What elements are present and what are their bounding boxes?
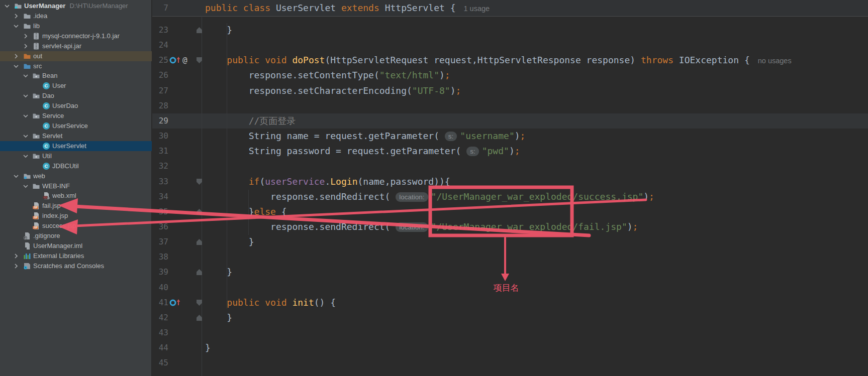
tree-item-src[interactable]: src <box>0 61 152 71</box>
code-line-42[interactable]: } <box>205 310 232 325</box>
override-method-icon[interactable] <box>169 56 181 65</box>
tree-item-usermanager[interactable]: UserManagerD:\HT\UserManager <box>0 1 152 11</box>
code-line-35[interactable]: }else { <box>205 204 287 219</box>
tree-item-usermanager-iml[interactable]: UserManager.iml <box>0 241 152 251</box>
chevron-down-icon[interactable] <box>12 22 20 30</box>
code-line-26[interactable]: response.setContentType("text/html"); <box>205 68 450 83</box>
code-line-34[interactable]: response.sendRedirect( location:"/UserMa… <box>205 189 654 204</box>
code-token: "/UserManager_war_exploded/success.jsp" <box>431 191 644 202</box>
line-number-30[interactable]: 30 <box>152 129 168 144</box>
line-number-24[interactable]: 24 <box>152 38 168 53</box>
line-number-23[interactable]: 23 <box>152 23 168 38</box>
line-number-39[interactable]: 39 <box>152 265 168 280</box>
tree-item-service[interactable]: Service <box>0 111 152 121</box>
tree-item-web-inf[interactable]: WEB-INF <box>0 181 152 191</box>
line-number-45[interactable]: 45 <box>152 355 168 370</box>
sticky-class-header[interactable]: 7public class UserServlet extends HttpSe… <box>152 0 868 17</box>
chevron-down-icon[interactable] <box>3 2 11 10</box>
code-line-29[interactable]: //页面登录 <box>205 113 296 129</box>
line-number-28[interactable]: 28 <box>152 98 168 113</box>
tree-item-user[interactable]: CUser <box>0 81 152 91</box>
code-token: extends <box>341 3 379 13</box>
code-token: ) <box>515 131 520 141</box>
code-line-41[interactable]: public void init() { <box>205 295 336 310</box>
tree-item-gitignore[interactable]: .gitignore <box>0 231 152 241</box>
code-token: Login <box>330 176 357 187</box>
chevron-down-icon[interactable] <box>12 172 20 180</box>
tree-item-scratches-and-consoles[interactable]: Scratches and Consoles <box>0 261 152 271</box>
project-tree-panel: UserManagerD:\HT\UserManager.idealibmysq… <box>0 0 152 376</box>
line-number-37[interactable]: 37 <box>152 234 168 249</box>
line-number-41[interactable]: 41 <box>152 295 168 310</box>
chevron-right-icon[interactable] <box>12 252 20 260</box>
tree-item-util[interactable]: Util <box>0 151 152 161</box>
tree-item-lib[interactable]: lib <box>0 21 152 31</box>
tree-item-web-xml[interactable]: <>web.xml <box>0 191 152 201</box>
chevron-down-icon[interactable] <box>22 72 30 80</box>
line-number-34[interactable]: 34 <box>152 189 168 204</box>
code-line-36[interactable]: response.sendRedirect( location:"/UserMa… <box>205 219 638 234</box>
line-number-26[interactable]: 26 <box>152 68 168 83</box>
tree-item-jdbcutil[interactable]: CJDBCUtil <box>0 161 152 171</box>
code-line-44[interactable]: } <box>205 340 211 355</box>
chevron-down-icon[interactable] <box>22 182 30 190</box>
code-editor[interactable]: 23 }2425@ public void doPost(HttpServlet… <box>152 0 868 376</box>
chevron-right-icon[interactable] <box>22 42 30 50</box>
chevron-right-icon[interactable] <box>12 262 20 270</box>
chevron-down-icon[interactable] <box>22 92 30 100</box>
chevron-right-icon[interactable] <box>12 12 20 20</box>
tree-item-userservice[interactable]: CUserService <box>0 121 152 131</box>
code-line-31[interactable]: String password = request.getParameter( … <box>205 144 520 159</box>
line-number-43[interactable]: 43 <box>152 325 168 340</box>
line-number-42[interactable]: 42 <box>152 310 168 325</box>
usage-hint[interactable]: 1 usage <box>464 5 490 13</box>
line-number-7[interactable]: 7 <box>152 1 168 16</box>
code-line-7[interactable]: public class UserServlet extends HttpSer… <box>205 1 490 16</box>
tree-item-servlet[interactable]: Servlet <box>0 131 152 141</box>
code-token: public void <box>205 55 292 65</box>
tree-item-servlet-api-jar[interactable]: servlet-api.jar <box>0 41 152 51</box>
code-line-30[interactable]: String name = request.getParameter( s:"u… <box>205 129 525 144</box>
tree-item-userservlet[interactable]: CUserServlet <box>0 141 152 151</box>
line-number-33[interactable]: 33 <box>152 174 168 189</box>
line-number-36[interactable]: 36 <box>152 219 168 234</box>
line-number-29[interactable]: 29 <box>152 113 168 129</box>
code-line-27[interactable]: response.setCharacterEncoding("UTF-8"); <box>205 83 461 98</box>
tree-item-dao[interactable]: Dao <box>0 91 152 101</box>
chevron-right-icon[interactable] <box>22 32 30 40</box>
tree-item-external-libraries[interactable]: External Libraries <box>0 251 152 261</box>
tree-item-index-jsp[interactable]: JSPindex.jsp <box>0 211 152 221</box>
line-number-35[interactable]: 35 <box>152 204 168 219</box>
code-line-37[interactable]: } <box>205 234 254 249</box>
line-number-32[interactable]: 32 <box>152 159 168 174</box>
line-number-27[interactable]: 27 <box>152 83 168 98</box>
tree-item-success-jsp[interactable]: JSPsuccess.jsp <box>0 221 152 231</box>
folder-project-icon <box>14 2 22 10</box>
annotation-gutter-icon[interactable]: @ <box>182 56 187 65</box>
code-line-33[interactable]: if(userService.Login(name,password)){ <box>205 174 450 189</box>
chevron-down-icon[interactable] <box>22 132 30 140</box>
line-number-25[interactable]: 25 <box>152 53 168 68</box>
tree-item-bean[interactable]: Bean <box>0 71 152 81</box>
chevron-down-icon[interactable] <box>22 112 30 120</box>
line-number-44[interactable]: 44 <box>152 340 168 355</box>
chevron-down-icon[interactable] <box>12 62 20 70</box>
override-method-icon[interactable] <box>169 298 181 307</box>
code-line-39[interactable]: } <box>205 265 232 280</box>
line-number-31[interactable]: 31 <box>152 144 168 159</box>
code-line-25[interactable]: public void doPost(HttpServletRequest re… <box>205 53 792 68</box>
chevron-down-icon[interactable] <box>22 152 30 160</box>
usage-hint[interactable]: no usages <box>758 57 792 65</box>
tree-item-mysql-connector-j-9-1-0-jar[interactable]: mysql-connector-j-9.1.0.jar <box>0 31 152 41</box>
line-number-40[interactable]: 40 <box>152 280 168 295</box>
tree-item-fail-jsp[interactable]: JSPfail.jsp <box>0 201 152 211</box>
code-line-23[interactable]: } <box>205 23 232 38</box>
tree-item-out[interactable]: out <box>0 51 152 61</box>
line-number-38[interactable]: 38 <box>152 249 168 265</box>
tree-item-web[interactable]: web <box>0 171 152 181</box>
chevron-right-icon[interactable] <box>12 52 20 60</box>
tree-item-label: web.xml <box>52 191 76 201</box>
tree-item-userdao[interactable]: CUserDao <box>0 101 152 111</box>
iml-icon <box>23 242 31 250</box>
tree-item-idea[interactable]: .idea <box>0 11 152 21</box>
